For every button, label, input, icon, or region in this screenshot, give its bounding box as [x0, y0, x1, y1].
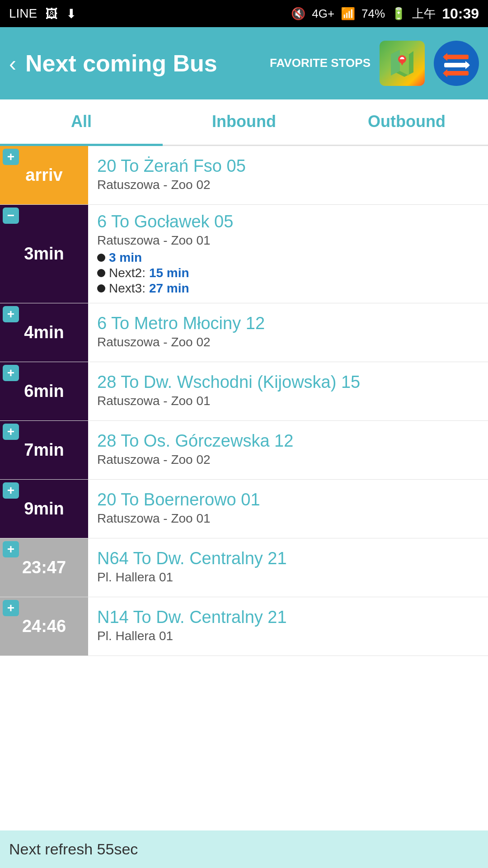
- bus-stop: Pl. Hallera 01: [97, 629, 479, 643]
- time-block: +6min: [0, 362, 88, 420]
- tab-outbound[interactable]: Outbound: [325, 99, 488, 146]
- line-icon: LINE: [9, 6, 37, 21]
- tabs-bar: All Inbound Outbound: [0, 99, 488, 146]
- download-icon: ⬇: [66, 6, 76, 21]
- time-label: 10:39: [442, 5, 479, 22]
- list-item: +24:46N14 To Dw. Centralny 21Pl. Hallera…: [0, 597, 488, 656]
- bus-info: N64 To Dw. Centralny 21Pl. Hallera 01: [88, 538, 488, 597]
- bus-route: 28 To Dw. Wschodni (Kijowska) 15: [97, 373, 479, 392]
- time-label: 6min: [24, 382, 64, 401]
- bus-next-time: Next2: 15 min: [97, 266, 479, 280]
- add-button[interactable]: +: [3, 541, 19, 557]
- time-label: arriv: [25, 165, 62, 185]
- add-button[interactable]: +: [3, 600, 19, 616]
- bus-route: 6 To Gocławek 05: [97, 212, 479, 231]
- time-label: 24:46: [22, 617, 66, 636]
- bus-route: 6 To Metro Młociny 12: [97, 314, 479, 333]
- chinese-label: 上午: [412, 6, 436, 22]
- time-block: −3min: [0, 205, 88, 303]
- time-label: 3min: [24, 244, 64, 264]
- time-block: +9min: [0, 480, 88, 538]
- bus-stop: Pl. Hallera 01: [97, 570, 479, 585]
- time-label: 4min: [24, 323, 64, 342]
- status-bar-right: 🔇 4G+ 📶 74% 🔋 上午 10:39: [291, 5, 479, 22]
- time-block: +23:47: [0, 538, 88, 597]
- bus-info: N14 To Dw. Centralny 21Pl. Hallera 01: [88, 597, 488, 656]
- list-item: +arriv20 To Żerań Fso 05Ratuszowa - Zoo …: [0, 146, 488, 205]
- time-block: +4min: [0, 303, 88, 362]
- bus-next-time: Next3: 27 min: [97, 281, 479, 296]
- bus-route: 28 To Os. Górczewska 12: [97, 431, 479, 451]
- mute-icon: 🔇: [291, 7, 305, 21]
- time-block: +24:46: [0, 597, 88, 656]
- bus-info: 28 To Os. Górczewska 12Ratuszowa - Zoo 0…: [88, 421, 488, 479]
- page-title: Next coming Bus: [25, 50, 261, 77]
- time-label: 7min: [24, 440, 64, 460]
- svg-marker-11: [443, 69, 447, 77]
- map-button[interactable]: [380, 41, 425, 86]
- add-button[interactable]: +: [3, 306, 19, 322]
- footer-refresh: Next refresh 55sec: [0, 830, 488, 868]
- add-button[interactable]: +: [3, 424, 19, 440]
- svg-marker-9: [465, 61, 470, 69]
- time-label: 23:47: [22, 558, 66, 577]
- refresh-label: Next refresh 55sec: [9, 840, 138, 858]
- list-item: −3min6 To Gocławek 05Ratuszowa - Zoo 013…: [0, 205, 488, 303]
- bus-stop: Ratuszowa - Zoo 02: [97, 178, 479, 192]
- back-button[interactable]: ‹: [9, 51, 16, 76]
- direction-button[interactable]: [434, 41, 479, 86]
- list-item: +7min28 To Os. Górczewska 12Ratuszowa - …: [0, 421, 488, 480]
- bus-route: 20 To Boernerowo 01: [97, 490, 479, 509]
- list-item: +4min6 To Metro Młociny 12Ratuszowa - Zo…: [0, 303, 488, 362]
- bus-info: 20 To Żerań Fso 05Ratuszowa - Zoo 02: [88, 146, 488, 204]
- bus-stop: Ratuszowa - Zoo 02: [97, 335, 479, 349]
- add-button[interactable]: +: [3, 482, 19, 499]
- add-button[interactable]: +: [3, 365, 19, 381]
- bus-stop: Ratuszowa - Zoo 01: [97, 233, 479, 248]
- bus-info: 6 To Metro Młociny 12Ratuszowa - Zoo 02: [88, 303, 488, 362]
- bus-stop: Ratuszowa - Zoo 01: [97, 511, 479, 526]
- network-label: 4G+: [312, 7, 334, 21]
- status-bar-left: LINE 🖼 ⬇: [9, 6, 76, 21]
- bus-route: N64 To Dw. Centralny 21: [97, 549, 479, 568]
- favorite-stops-button[interactable]: FAVORITE STOPS: [270, 56, 371, 70]
- svg-rect-10: [444, 71, 469, 75]
- svg-rect-6: [444, 55, 469, 59]
- svg-rect-8: [444, 63, 469, 67]
- bus-route: 20 To Żerań Fso 05: [97, 156, 479, 176]
- time-block: +7min: [0, 421, 88, 479]
- time-block: +arriv: [0, 146, 88, 204]
- svg-marker-2: [391, 50, 400, 75]
- image-icon: 🖼: [45, 6, 58, 21]
- time-label: 9min: [24, 499, 64, 519]
- bus-info: 6 To Gocławek 05Ratuszowa - Zoo 013 minN…: [88, 205, 488, 303]
- bus-route: N14 To Dw. Centralny 21: [97, 608, 479, 627]
- header: ‹ Next coming Bus FAVORITE STOPS: [0, 27, 488, 99]
- bus-info: 28 To Dw. Wschodni (Kijowska) 15Ratuszow…: [88, 362, 488, 420]
- remove-button[interactable]: −: [3, 208, 19, 224]
- list-item: +23:47N64 To Dw. Centralny 21Pl. Hallera…: [0, 538, 488, 597]
- bus-stop: Ratuszowa - Zoo 02: [97, 453, 479, 467]
- direction-icon: [441, 47, 472, 79]
- status-bar: LINE 🖼 ⬇ 🔇 4G+ 📶 74% 🔋 上午 10:39: [0, 0, 488, 27]
- bus-stop: Ratuszowa - Zoo 01: [97, 394, 479, 408]
- bus-info: 20 To Boernerowo 01Ratuszowa - Zoo 01: [88, 480, 488, 538]
- tab-all[interactable]: All: [0, 99, 163, 146]
- list-item: +9min20 To Boernerowo 01Ratuszowa - Zoo …: [0, 480, 488, 538]
- battery-label: 74%: [361, 7, 385, 21]
- list-item: +6min28 To Dw. Wschodni (Kijowska) 15Rat…: [0, 362, 488, 421]
- svg-marker-7: [443, 53, 447, 61]
- battery-icon: 🔋: [391, 7, 406, 21]
- bus-next-time: 3 min: [97, 250, 479, 265]
- map-icon: [386, 47, 418, 79]
- signal-icon: 📶: [341, 7, 355, 21]
- add-button[interactable]: +: [3, 149, 19, 165]
- tab-inbound[interactable]: Inbound: [163, 99, 325, 146]
- bus-list: +arriv20 To Żerań Fso 05Ratuszowa - Zoo …: [0, 146, 488, 830]
